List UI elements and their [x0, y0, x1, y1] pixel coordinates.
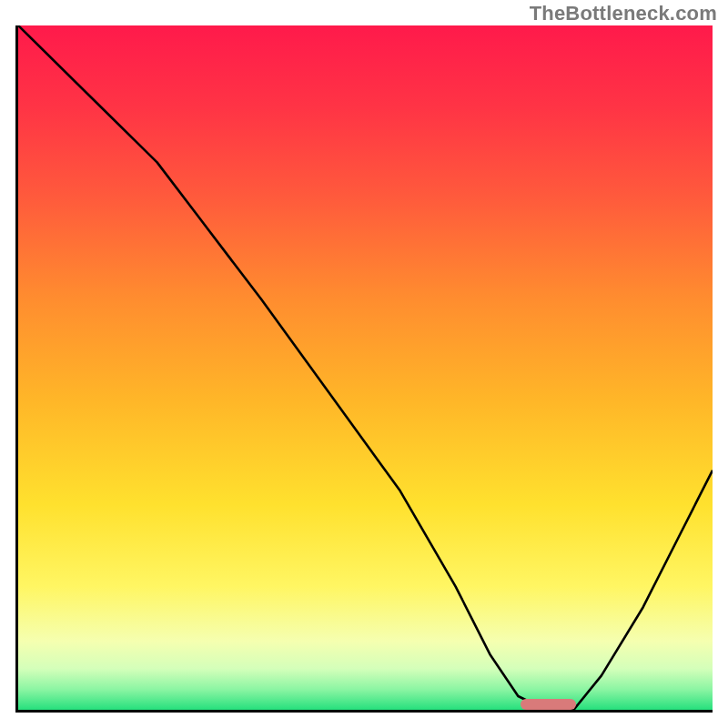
chart-container: TheBottleneck.com [0, 0, 728, 728]
curve-path [18, 25, 713, 710]
optimal-marker [521, 699, 576, 710]
plot-area [15, 25, 713, 713]
bottleneck-curve [18, 25, 713, 710]
watermark-text: TheBottleneck.com [530, 2, 717, 25]
